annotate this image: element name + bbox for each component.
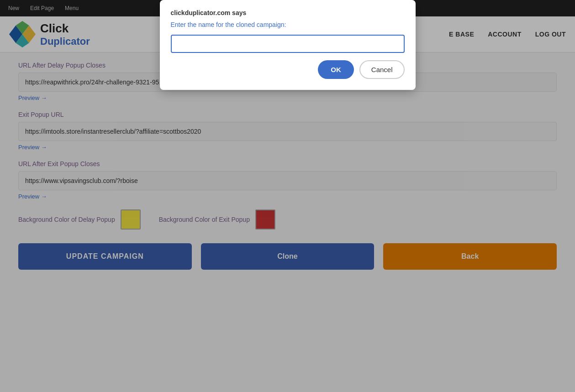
modal-message-suffix: campaign:: [255, 21, 286, 28]
modal-buttons: OK Cancel: [171, 60, 405, 79]
modal-ok-button[interactable]: OK: [318, 60, 354, 79]
modal-origin: clickduplicator.com says: [171, 9, 405, 16]
modal-overlay: clickduplicator.com says Enter the name …: [0, 0, 575, 392]
clone-name-input[interactable]: [171, 35, 405, 53]
modal-cancel-button[interactable]: Cancel: [359, 60, 405, 79]
modal-message-prefix: Enter the name for the: [171, 21, 236, 28]
modal-message: Enter the name for the cloned campaign:: [171, 21, 405, 28]
modal-dialog: clickduplicator.com says Enter the name …: [160, 0, 416, 90]
modal-message-highlight: cloned: [236, 21, 255, 28]
